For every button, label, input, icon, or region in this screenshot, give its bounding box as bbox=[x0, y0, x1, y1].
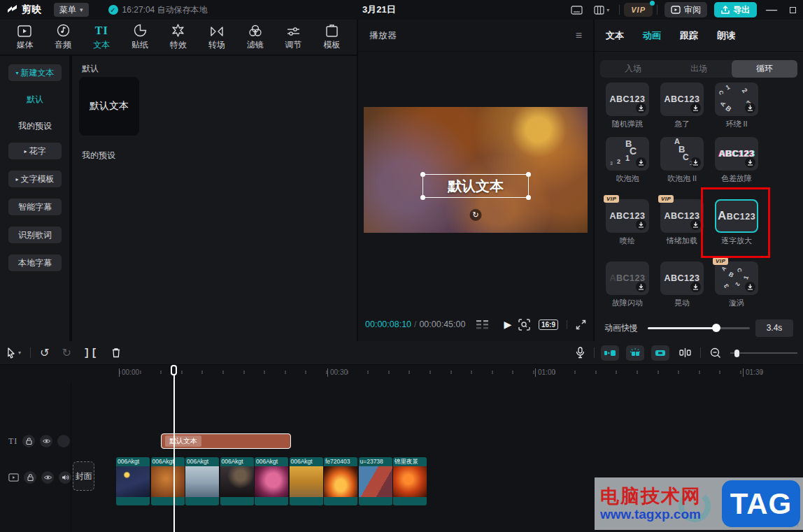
record-voiceover-mic-icon[interactable] bbox=[576, 347, 585, 359]
video-clip[interactable]: 006Akgt bbox=[290, 457, 323, 505]
chevron-down-icon: ▾ bbox=[80, 6, 83, 13]
text-clip-default-text[interactable]: 默认文本 bbox=[161, 433, 291, 449]
anim-tile-anxious[interactable]: ABC123 bbox=[660, 82, 704, 116]
timeline-zoom-slider[interactable] bbox=[730, 349, 797, 357]
tab-audio[interactable]: 音频 bbox=[45, 23, 80, 51]
sidebar-item-default[interactable]: 默认 bbox=[8, 91, 62, 108]
tab-label: 转场 bbox=[208, 39, 225, 51]
selection-handle[interactable] bbox=[420, 195, 425, 200]
visibility-eye-icon[interactable] bbox=[41, 471, 54, 484]
text-icon: TI bbox=[95, 23, 108, 37]
default-text-preset-card[interactable]: 默认文本 bbox=[79, 77, 139, 136]
tab-adjust[interactable]: 调节 bbox=[276, 23, 311, 51]
sidebar-item-smart-subtitles[interactable]: 智能字幕 bbox=[8, 199, 62, 215]
tab-effects[interactable]: 特效 bbox=[161, 23, 196, 51]
selection-handle[interactable] bbox=[420, 172, 425, 177]
clip-thumbnail bbox=[324, 466, 357, 497]
export-button[interactable]: 导出 bbox=[714, 2, 757, 17]
video-preview-canvas[interactable]: 默认文本 ↻ bbox=[364, 107, 588, 233]
tab-transition[interactable]: 转场 bbox=[199, 23, 234, 51]
anim-tile-vortex[interactable]: VIP ABC123 bbox=[715, 261, 758, 295]
sidebar-item-local-subtitles[interactable]: 本地字幕 bbox=[8, 254, 62, 271]
delete-button[interactable] bbox=[111, 347, 121, 358]
split-view-icon[interactable] bbox=[679, 348, 691, 357]
fullscreen-icon[interactable] bbox=[576, 319, 586, 330]
main-track-magnet-toggle[interactable] bbox=[601, 345, 619, 361]
rotate-handle-icon[interactable]: ↻ bbox=[470, 209, 482, 221]
mute-speaker-icon[interactable] bbox=[59, 471, 71, 484]
lock-icon[interactable] bbox=[22, 435, 35, 447]
ruler-ticks bbox=[119, 371, 776, 374]
video-clip[interactable]: 006Akgt bbox=[116, 457, 150, 505]
anim-tile-glitch-flash[interactable]: ABC123 bbox=[606, 261, 649, 295]
undo-button[interactable]: ↺ bbox=[40, 347, 49, 359]
timeline-ruler[interactable]: 00:00 00:30 01:00 01:30 bbox=[0, 365, 803, 382]
sidebar-item-new-text[interactable]: ▾ 新建文本 bbox=[8, 64, 62, 81]
slider-thumb[interactable] bbox=[712, 324, 720, 332]
maximize-button[interactable] bbox=[782, 0, 803, 20]
tab-media[interactable]: 媒体 bbox=[7, 23, 42, 51]
tab-text[interactable]: TI 文本 bbox=[84, 23, 119, 51]
chevron-down-icon: ▾ bbox=[18, 350, 21, 356]
split-clip-button[interactable]: ][ bbox=[84, 347, 99, 359]
track-option-icon[interactable] bbox=[57, 435, 70, 447]
slider-thumb[interactable] bbox=[734, 350, 739, 357]
video-clip[interactable]: 006Akgt bbox=[220, 457, 254, 505]
aspect-ratio-button[interactable]: 16:9 bbox=[539, 319, 558, 330]
video-clip[interactable]: 006Akgt bbox=[255, 457, 288, 505]
sidebar-item-text-template[interactable]: ▸ 文字模板 bbox=[8, 171, 62, 187]
cover-button[interactable]: 封面 bbox=[73, 461, 94, 491]
anim-tile-blow-bubbles[interactable]: BC123A bbox=[606, 137, 649, 171]
effects-star-icon bbox=[171, 23, 185, 37]
video-clip[interactable]: 006Akgt bbox=[151, 457, 185, 505]
speed-slider[interactable] bbox=[648, 324, 750, 332]
anim-tile-chromatic-glitch[interactable]: ABC123 bbox=[715, 137, 758, 171]
video-clip[interactable]: 锦里夜景 bbox=[393, 457, 427, 505]
player-menu-icon[interactable]: ≡ bbox=[576, 29, 582, 42]
vip-label: VIP bbox=[631, 6, 646, 14]
tab-filter[interactable]: 滤镜 bbox=[238, 23, 273, 51]
text-selection-box[interactable]: 默认文本 bbox=[422, 174, 529, 198]
anim-tile-emotion-loading[interactable]: VIP ABC123 bbox=[660, 199, 704, 233]
download-icon bbox=[745, 282, 755, 292]
anim-tile-shake[interactable]: ABC123 bbox=[660, 261, 704, 295]
preview-quality-icon[interactable] bbox=[518, 319, 530, 331]
slider-fill bbox=[648, 327, 716, 329]
redo-button[interactable]: ↻ bbox=[62, 347, 71, 359]
frame-list-icon[interactable] bbox=[476, 320, 488, 329]
sidebar-item-my-presets[interactable]: 我的预设 bbox=[8, 117, 62, 134]
minimize-button[interactable]: — bbox=[761, 0, 782, 20]
play-button[interactable]: ▶ bbox=[504, 319, 511, 330]
video-clip[interactable]: u=23738 bbox=[359, 457, 392, 505]
shortcut-keyboard-icon[interactable] bbox=[571, 6, 583, 15]
select-cursor-tool[interactable]: ▾ bbox=[6, 347, 21, 359]
clip-thumbnail bbox=[255, 466, 288, 497]
anim-tile-spray-paint[interactable]: VIP ABC123 bbox=[606, 199, 649, 233]
video-overlay-text[interactable]: 默认文本 bbox=[448, 177, 504, 196]
video-clip[interactable]: 006Akgt bbox=[185, 457, 219, 505]
auto-snap-toggle[interactable] bbox=[626, 345, 644, 361]
visibility-eye-icon[interactable] bbox=[40, 435, 52, 447]
timeline-zoom-out-icon[interactable] bbox=[710, 347, 721, 359]
sidebar-item-fancy-text[interactable]: ▸ 花字 bbox=[8, 143, 62, 159]
link-preview-toggle[interactable] bbox=[651, 345, 669, 361]
selection-handle[interactable] bbox=[526, 195, 531, 200]
section-title-default: 默认 bbox=[82, 63, 99, 75]
anim-tile-letter-zoom-selected[interactable]: ABC123 bbox=[715, 199, 758, 233]
anim-tile-random-bounce[interactable]: ABC123 bbox=[606, 82, 649, 116]
anim-tile-blow-bubbles-2[interactable]: ABC123 bbox=[660, 137, 704, 171]
video-clip[interactable]: fe720403 bbox=[324, 457, 357, 505]
review-button[interactable]: 审阅 bbox=[665, 2, 707, 17]
layout-switch-icon[interactable]: ▾ bbox=[594, 6, 609, 15]
selection-handle[interactable] bbox=[526, 172, 531, 177]
tab-sticker[interactable]: 贴纸 bbox=[122, 23, 157, 51]
player-controls: 00:00:08:10 / 00:00:45:00 ▶ 16:9 bbox=[358, 308, 593, 341]
anim-tile-surround-2[interactable]: ABC123 bbox=[715, 82, 758, 116]
menu-button[interactable]: 菜单 ▾ bbox=[54, 3, 89, 17]
vip-button[interactable]: VIP bbox=[624, 3, 653, 17]
tab-template[interactable]: 模板 bbox=[314, 23, 349, 51]
sidebar-item-lyrics-recognition[interactable]: 识别歌词 bbox=[8, 227, 62, 243]
ruler-label: 00:30 bbox=[327, 368, 348, 377]
lock-icon[interactable] bbox=[24, 471, 36, 484]
autosave-status: ✓ 16:27:04 自动保存本地 bbox=[108, 4, 208, 16]
